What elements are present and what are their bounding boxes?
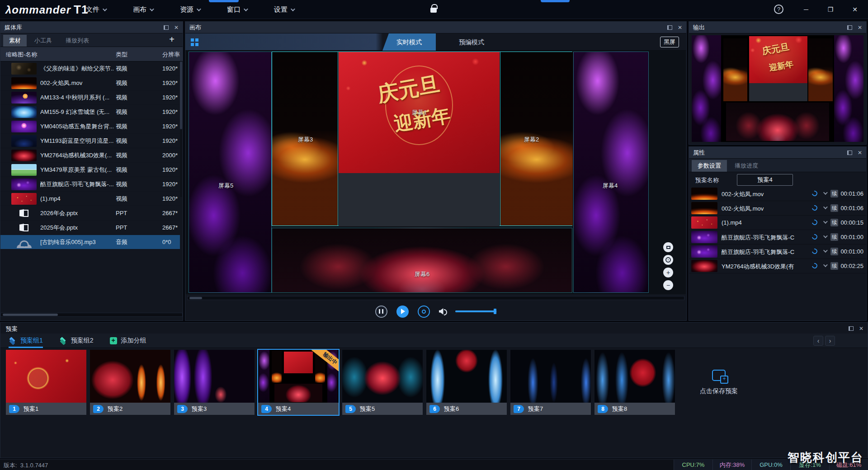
media-row[interactable]: 2025年会.pptx PPT 2667* xyxy=(0,221,180,235)
properties-media-row[interactable]: (1).mp4 续 00:00:15 xyxy=(689,216,866,230)
preset-cell[interactable]: 输出中 4 预案4 xyxy=(257,349,340,416)
media-library-tab[interactable]: 素材 xyxy=(3,35,27,47)
close-icon[interactable]: ✕ xyxy=(678,25,682,30)
loop-record-button[interactable] xyxy=(418,306,430,318)
fit-screen-button[interactable] xyxy=(663,242,673,252)
menu-settings[interactable]: 设置 xyxy=(274,0,294,19)
preset-group-tab[interactable]: 预案组1 xyxy=(9,334,43,348)
preset-group-tab[interactable]: 预案组2 xyxy=(59,334,94,348)
properties-tab[interactable]: 播放进度 xyxy=(729,160,764,172)
preset-cell[interactable]: 8 预案8 xyxy=(594,349,676,416)
loop-icon[interactable] xyxy=(811,248,819,255)
loop-icon[interactable] xyxy=(811,204,819,212)
tab-preedit-mode[interactable]: 预编模式 xyxy=(451,33,492,51)
pause-button[interactable] xyxy=(375,306,387,318)
preset-cell[interactable]: 6 预案6 xyxy=(425,349,508,416)
media-row[interactable]: 酷豆旗舰店-羽毛飞舞飘落-... 视频 1920* xyxy=(0,177,180,192)
maximize-button[interactable]: ❐ xyxy=(824,5,837,14)
properties-tab[interactable]: 参数设置 xyxy=(692,160,727,172)
properties-media-row[interactable]: 002-火焰凤.mov 续 00:01:06 xyxy=(689,201,866,216)
media-library-tab[interactable]: 播放列表 xyxy=(60,35,95,47)
dock-icon[interactable] xyxy=(847,150,852,155)
presets-next-button[interactable]: › xyxy=(825,336,835,346)
save-preset-button[interactable]: 点击保存预案 xyxy=(678,349,760,416)
preset-cell[interactable]: 5 预案5 xyxy=(341,349,424,416)
properties-media-row[interactable]: 酷豆旗舰店-羽毛飞舞飘落-C 续 00:01:00 xyxy=(689,230,866,244)
continue-badge[interactable]: 续 xyxy=(830,219,838,226)
media-row[interactable]: YM3479草原美景 蒙古包(... 视频 1920* xyxy=(0,163,180,177)
chevron-down-icon[interactable] xyxy=(823,263,828,267)
zoom-in-button[interactable]: + xyxy=(663,268,673,277)
zoom-out-button[interactable]: − xyxy=(663,280,673,290)
menu-canvas[interactable]: 画布 xyxy=(133,0,153,19)
media-row[interactable]: AM133-4 中秋明月系列 (... 视频 1920* xyxy=(0,90,180,105)
media-library-tab[interactable]: 小工具 xyxy=(28,35,58,47)
tab-realtime-mode[interactable]: 实时模式 xyxy=(382,33,436,51)
volume-knob[interactable] xyxy=(494,309,496,314)
preset-name-input[interactable] xyxy=(737,174,793,186)
close-icon[interactable]: ✕ xyxy=(859,326,863,331)
presets-prev-button[interactable]: ‹ xyxy=(813,336,823,346)
media-row[interactable]: YM1193蔚蓝星空明月流星... 视频 1920* xyxy=(0,134,180,148)
properties-media-row[interactable]: 酷豆旗舰店-羽毛飞舞飘落-C 续 00:01:00 xyxy=(689,244,866,259)
media-row[interactable]: 2026年会.pptx PPT 2667* xyxy=(0,206,180,221)
media-row[interactable]: YM0405动感五角星舞台背... 视频 1920* xyxy=(0,119,180,134)
close-icon[interactable]: ✕ xyxy=(858,150,862,155)
close-icon[interactable]: ✕ xyxy=(174,25,179,30)
loop-icon[interactable] xyxy=(811,219,819,226)
chevron-down-icon[interactable] xyxy=(823,190,828,195)
loop-icon[interactable] xyxy=(811,190,819,197)
chevron-down-icon[interactable] xyxy=(823,219,828,224)
chevron-down-icon[interactable] xyxy=(823,234,828,238)
chevron-down-icon[interactable] xyxy=(823,205,828,209)
preset-cell[interactable]: 3 预案3 xyxy=(173,349,255,416)
continue-badge[interactable]: 续 xyxy=(830,233,838,241)
add-media-button[interactable]: + xyxy=(167,35,176,44)
screen-6[interactable] xyxy=(272,228,572,293)
continue-badge[interactable]: 续 xyxy=(830,248,838,255)
screen-5[interactable] xyxy=(189,52,272,293)
media-row[interactable]: YM2764动感机械3D效果(... 视频 2000* xyxy=(0,148,180,163)
media-row[interactable]: (1).mp4 视频 1920* xyxy=(0,192,180,206)
preset-cell[interactable]: 1 预案1 xyxy=(5,349,87,416)
preset-group-tab[interactable]: 添加分组 xyxy=(110,334,146,348)
speaker-icon[interactable] xyxy=(439,308,446,315)
dock-icon[interactable] xyxy=(667,25,672,30)
media-row[interactable]: 002-火焰凤.mov 视频 1920* xyxy=(0,76,180,90)
preset-cell[interactable]: 7 预案7 xyxy=(509,349,592,416)
loop-icon[interactable] xyxy=(811,233,819,241)
properties-media-row[interactable]: YM2764动感机械3D效果(有 续 00:02:25 xyxy=(689,259,866,273)
horizontal-scrollbar[interactable] xyxy=(0,313,183,317)
volume-slider[interactable] xyxy=(455,310,497,312)
dock-icon[interactable] xyxy=(164,25,169,30)
layout-grid-icon[interactable] xyxy=(191,38,194,42)
chevron-down-icon[interactable] xyxy=(823,248,828,253)
help-icon[interactable]: ? xyxy=(774,5,783,14)
menu-window[interactable]: 窗口 xyxy=(227,0,247,19)
media-row[interactable]: AM155-9 幻冰雪城堡 (无... 视频 1920* xyxy=(0,105,180,119)
canvas-viewport[interactable]: 屏幕5 庆元旦 迎新年 屏幕3 屏幕1 屏幕2 屏幕4 屏幕6 + − xyxy=(186,51,686,294)
continue-badge[interactable]: 续 xyxy=(830,204,838,212)
vertical-scrollbar[interactable] xyxy=(180,61,182,197)
screen-4[interactable] xyxy=(573,52,649,293)
close-button[interactable]: ✕ xyxy=(848,5,862,14)
play-button[interactable] xyxy=(396,306,409,318)
properties-media-row[interactable]: 002-火焰凤.mov 续 00:01:06 xyxy=(689,187,866,201)
dock-icon[interactable] xyxy=(847,25,852,30)
media-row[interactable]: 《父亲的味道》献给父亲节... 视频 1920* xyxy=(0,61,180,76)
blackout-button[interactable]: 黑屏 xyxy=(660,37,679,47)
locate-button[interactable] xyxy=(663,255,673,265)
continue-badge[interactable]: 续 xyxy=(830,262,838,270)
loop-icon[interactable] xyxy=(811,262,819,270)
preset-cell[interactable]: 2 预案2 xyxy=(89,349,171,416)
lock-icon[interactable] xyxy=(430,8,437,13)
menu-file[interactable]: 文件 xyxy=(86,0,106,19)
continue-badge[interactable]: 续 xyxy=(830,190,838,197)
close-icon[interactable]: ✕ xyxy=(858,25,862,30)
dock-icon[interactable] xyxy=(849,326,854,331)
canvas-horizontal-scrollbar[interactable] xyxy=(187,296,684,300)
minimize-button[interactable]: ─ xyxy=(799,5,813,14)
menu-resources[interactable]: 资源 xyxy=(180,0,200,19)
media-row[interactable]: [古韵纯音乐005].mp3 音频 0*0 xyxy=(0,235,180,249)
screen-1-lower[interactable] xyxy=(339,173,500,226)
